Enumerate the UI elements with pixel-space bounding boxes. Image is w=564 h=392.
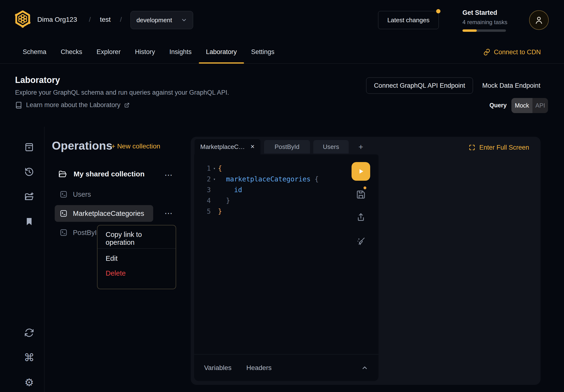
- collection-name: My shared collection: [74, 170, 145, 178]
- nav-tab-explorer[interactable]: Explorer: [89, 41, 128, 63]
- operation-name: MarketplaceCategories: [73, 210, 144, 218]
- save-operation-icon[interactable]: [356, 190, 366, 199]
- nav-tab-laboratory[interactable]: Laboratory: [199, 41, 244, 63]
- nav-tab-settings[interactable]: Settings: [244, 41, 282, 63]
- operation-row-marketplacecategories[interactable]: MarketplaceCategories: [55, 205, 153, 222]
- get-started-title: Get Started: [462, 9, 508, 16]
- page-description: Explore your GraphQL schema and run quer…: [15, 89, 229, 96]
- hive-logo[interactable]: [14, 10, 31, 28]
- unsaved-changes-dot: [363, 186, 366, 189]
- share-operation-icon[interactable]: [356, 212, 366, 222]
- operation-icon: [59, 209, 68, 218]
- mock-endpoint-button[interactable]: Mock Data Endpoint: [482, 77, 540, 94]
- learn-more-link[interactable]: Learn more about the Laboratory: [15, 101, 130, 109]
- code-line: 4 }: [196, 195, 350, 206]
- laboratory-screen: Dima Org123 / test / development Latest …: [0, 0, 564, 392]
- connect-to-cdn-label: Connect to CDN: [494, 49, 541, 56]
- menu-divider: [97, 248, 176, 249]
- editor-tab-postbyid[interactable]: PostById: [264, 140, 310, 154]
- editor-bottom-bar: Variables Headers: [194, 354, 379, 381]
- target-selector[interactable]: development: [130, 11, 193, 29]
- query-mode-api[interactable]: API: [533, 98, 548, 113]
- collection-more-button[interactable]: ⋯: [165, 170, 173, 180]
- book-icon: [15, 102, 22, 109]
- fold-marker-icon[interactable]: ▾: [211, 177, 218, 182]
- get-started-widget[interactable]: Get Started 4 remaining tasks: [462, 9, 508, 32]
- user-avatar[interactable]: [529, 10, 549, 30]
- connect-endpoint-button[interactable]: Connect GraphQL API Endpoint: [366, 77, 473, 94]
- settings-gear-icon[interactable]: ⚙: [24, 377, 34, 388]
- collections-icon[interactable]: [24, 142, 34, 152]
- collapse-chevron-up-icon[interactable]: [361, 364, 369, 372]
- operation-icon: [59, 228, 68, 237]
- external-link-icon: [124, 102, 130, 108]
- folder-open-icon: [58, 170, 67, 178]
- new-tab-button[interactable]: +: [355, 140, 367, 154]
- fold-marker-icon[interactable]: ▾: [211, 166, 218, 171]
- code-line: 5 }: [196, 206, 350, 217]
- play-icon: [357, 167, 365, 175]
- latest-changes-button[interactable]: Latest changes: [378, 11, 439, 29]
- prettify-broom-icon[interactable]: [356, 237, 366, 246]
- close-tab-icon[interactable]: ✕: [250, 144, 255, 150]
- bookmark-icon[interactable]: [24, 216, 34, 227]
- code-line: 1 ▾ {: [196, 163, 350, 174]
- breadcrumb-separator: /: [89, 16, 91, 23]
- collection-header[interactable]: My shared collection: [58, 170, 145, 178]
- primary-nav: Schema Checks Explorer History Insights …: [0, 41, 564, 64]
- get-started-progressbar: [462, 29, 506, 32]
- new-collection-button[interactable]: + New collection: [111, 142, 160, 150]
- breadcrumb-project[interactable]: test: [100, 16, 111, 23]
- code-line: 3 id: [196, 184, 350, 195]
- execute-query-button[interactable]: [352, 162, 370, 181]
- editor-actions: [352, 154, 370, 381]
- new-folder-icon[interactable]: [24, 192, 34, 202]
- gear-glyph: ⚙: [24, 377, 34, 388]
- notification-dot: [436, 9, 440, 13]
- line-number: 4: [196, 197, 211, 205]
- person-icon: [534, 15, 544, 25]
- operations-title: Operations: [52, 139, 112, 152]
- connect-to-cdn-link[interactable]: Connect to CDN: [483, 41, 541, 64]
- line-number: 1: [196, 165, 211, 172]
- link-icon: [483, 49, 490, 56]
- get-started-progress-fill: [462, 29, 477, 32]
- menu-item-delete[interactable]: Delete: [97, 266, 176, 281]
- code-line: 2 ▾ marketplaceCategories {: [196, 174, 350, 184]
- query-code[interactable]: 1 ▾ { 2 ▾ marketplaceCategories { 3 id 4: [196, 163, 350, 217]
- line-number: 5: [196, 208, 211, 215]
- query-mode-mock[interactable]: Mock: [511, 98, 533, 113]
- editor-tab-users[interactable]: Users: [313, 140, 349, 154]
- enter-fullscreen-button[interactable]: Enter Full Screen: [469, 140, 529, 155]
- nav-tab-checks[interactable]: Checks: [54, 41, 89, 63]
- enter-fullscreen-label: Enter Full Screen: [479, 144, 529, 151]
- learn-more-label: Learn more about the Laboratory: [26, 101, 121, 109]
- menu-item-copy-link[interactable]: Copy link to operation: [97, 231, 176, 246]
- breadcrumb-org[interactable]: Dima Org123: [37, 16, 77, 23]
- page-title: Laboratory: [15, 75, 60, 85]
- line-number: 2: [196, 175, 211, 183]
- tool-rail: ⌘ ⚙: [0, 127, 44, 392]
- laboratory-editor-panel: Enter Full Screen MarketplaceC… ✕ PostBy…: [191, 137, 541, 385]
- query-editor[interactable]: 1 ▾ { 2 ▾ marketplaceCategories { 3 id 4: [194, 154, 379, 381]
- headers-tab[interactable]: Headers: [246, 364, 272, 372]
- command-menu-icon[interactable]: ⌘: [24, 352, 34, 363]
- chevron-down-icon: [181, 17, 187, 23]
- nav-tab-history[interactable]: History: [128, 41, 162, 63]
- editor-tab-marketplacecategories[interactable]: MarketplaceC… ✕: [194, 139, 261, 154]
- get-started-subtitle: 4 remaining tasks: [462, 19, 508, 26]
- nav-tab-schema[interactable]: Schema: [15, 41, 54, 63]
- expand-icon: [469, 144, 475, 151]
- operation-row-users[interactable]: Users: [55, 186, 153, 203]
- operation-name: PostById: [73, 229, 101, 237]
- refresh-icon[interactable]: [24, 327, 34, 338]
- operation-name: Users: [73, 191, 91, 198]
- menu-item-edit[interactable]: Edit: [97, 251, 176, 266]
- breadcrumb-separator: /: [120, 16, 122, 23]
- history-icon[interactable]: [24, 167, 34, 177]
- operation-more-button[interactable]: ⋯: [165, 209, 173, 218]
- line-number: 3: [196, 186, 211, 194]
- target-selector-value: development: [137, 16, 177, 24]
- variables-tab[interactable]: Variables: [204, 364, 232, 372]
- nav-tab-insights[interactable]: Insights: [162, 41, 199, 63]
